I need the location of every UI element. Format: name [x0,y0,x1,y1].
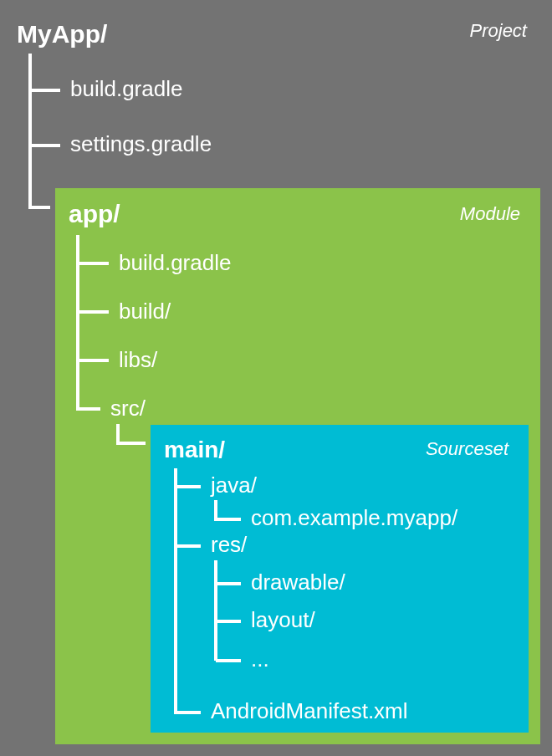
module-dir-libs: libs/ [119,347,157,373]
module-dir-build: build/ [119,299,171,324]
project-file-settings-gradle: settings.gradle [70,131,212,157]
module-name: app/ [69,200,120,228]
sourceset-package: com.example.myapp/ [251,505,457,531]
module-container: Module app/ build.gradle build/ libs/ sr… [55,188,540,744]
project-label: Project [470,20,527,42]
module-label: Module [460,203,520,225]
sourceset-dir-drawable: drawable/ [251,570,345,595]
module-dir-src: src/ [110,396,146,421]
sourceset-manifest: AndroidManifest.xml [211,698,408,724]
sourceset-dir-layout: layout/ [251,607,315,633]
project-container: Project MyApp/ build.gradle settings.gra… [0,0,552,756]
sourceset-container: Sourceset main/ java/ com.example.myapp/… [151,425,529,733]
sourceset-dir-res: res/ [211,532,247,558]
sourceset-ellipsis: ... [251,646,269,672]
sourceset-dir-java: java/ [211,472,257,498]
module-file-build-gradle: build.gradle [119,250,231,276]
project-root-name: MyApp/ [17,20,107,49]
project-file-build-gradle: build.gradle [70,76,182,102]
sourceset-name: main/ [164,437,225,463]
sourceset-label: Sourceset [426,438,509,460]
